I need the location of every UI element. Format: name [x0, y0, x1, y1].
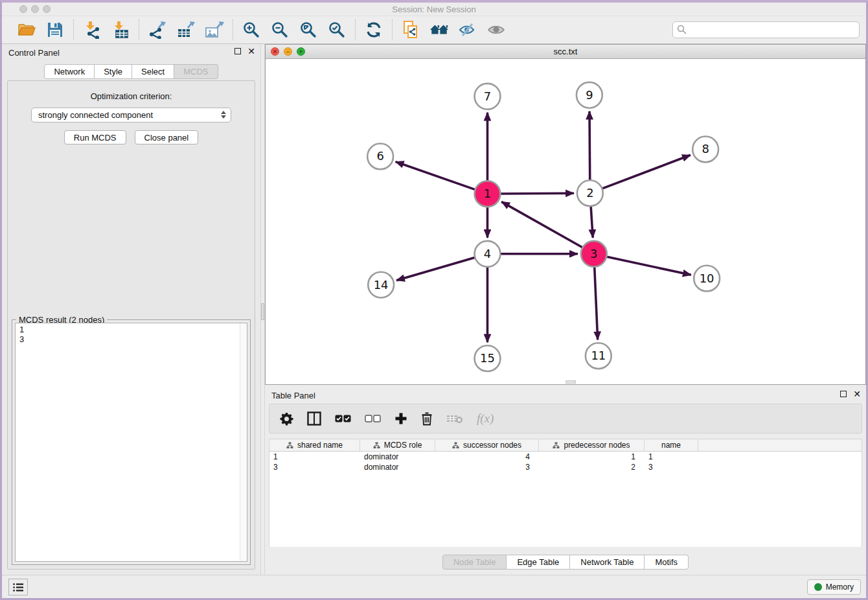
- table-cell[interactable]: 2: [539, 462, 645, 472]
- graph-node-14[interactable]: 14: [368, 272, 394, 298]
- export-image-button[interactable]: [205, 20, 224, 40]
- table-cell[interactable]: dominator: [360, 462, 435, 472]
- eye-icon: [486, 21, 506, 38]
- splitter-grip[interactable]: [261, 303, 264, 320]
- float-panel-icon[interactable]: [234, 48, 241, 54]
- select-all-button[interactable]: [335, 415, 351, 422]
- table-cell[interactable]: 1: [539, 452, 645, 462]
- tab-network[interactable]: Network: [44, 64, 95, 79]
- run-mcds-button[interactable]: Run MCDS: [64, 130, 126, 144]
- graph-node-label: 6: [376, 149, 383, 163]
- graph-node-11[interactable]: 11: [586, 343, 611, 369]
- export-network-button[interactable]: [148, 20, 167, 40]
- close-panel-icon[interactable]: ✕: [247, 48, 255, 54]
- open-session-button[interactable]: [17, 20, 36, 40]
- table-cell[interactable]: 1: [269, 452, 360, 462]
- show-graphics-button[interactable]: [486, 20, 506, 40]
- graph-node-2[interactable]: 2: [577, 180, 603, 206]
- hide-graphics-button[interactable]: [458, 20, 477, 40]
- graph-node-1[interactable]: 1: [475, 181, 501, 207]
- graph-edge-4-14[interactable]: [396, 257, 477, 281]
- table-cell[interactable]: 4: [435, 452, 539, 462]
- graph-node-10[interactable]: 10: [694, 266, 720, 292]
- column-header-name[interactable]: name: [645, 439, 698, 451]
- control-panel: Control Panel ✕ NetworkStyleSelectMCDS O…: [2, 44, 260, 575]
- tab-mcds[interactable]: MCDS: [174, 64, 218, 79]
- table-cell[interactable]: 3: [269, 462, 360, 472]
- clone-network-button[interactable]: [401, 20, 420, 40]
- table-cell[interactable]: 1: [645, 452, 698, 462]
- tab-node-table[interactable]: Node Table: [442, 555, 507, 570]
- zoom-out-button[interactable]: [270, 20, 290, 40]
- close-panel-button[interactable]: Close panel: [135, 130, 199, 144]
- column-header-shared-name[interactable]: shared name: [269, 439, 360, 451]
- tab-network-table[interactable]: Network Table: [570, 555, 645, 570]
- canvas-resize-grip[interactable]: [565, 380, 576, 384]
- graph-edge-2-9[interactable]: [589, 111, 590, 183]
- graph-edge-2-8[interactable]: [600, 155, 691, 189]
- search-input[interactable]: [672, 21, 860, 38]
- unselect-all-button[interactable]: [365, 415, 381, 422]
- criterion-dropdown-value: strongly connected component: [38, 110, 153, 120]
- cyndex-browse-button[interactable]: [429, 20, 449, 40]
- apply-style-button[interactable]: [364, 20, 383, 40]
- graph-node-6[interactable]: 6: [367, 143, 393, 169]
- tab-edge-table[interactable]: Edge Table: [507, 555, 570, 570]
- tab-style[interactable]: Style: [95, 64, 132, 79]
- table-cell[interactable]: 3: [435, 462, 539, 472]
- export-table-button[interactable]: [176, 20, 196, 40]
- memory-button[interactable]: Memory: [807, 579, 861, 595]
- tab-motifs[interactable]: Motifs: [645, 555, 689, 570]
- zoom-in-button[interactable]: [242, 20, 261, 40]
- import-network-button[interactable]: [82, 20, 102, 40]
- criterion-dropdown[interactable]: strongly connected component: [31, 108, 231, 122]
- table-row[interactable]: 3dominator323: [269, 462, 862, 472]
- graph-node-7[interactable]: 7: [475, 84, 501, 110]
- float-table-panel-icon[interactable]: [840, 391, 847, 397]
- graph-edge-3-1[interactable]: [501, 202, 584, 248]
- delete-table-button[interactable]: [446, 413, 463, 424]
- save-session-button[interactable]: [45, 20, 65, 40]
- vertical-splitter[interactable]: [260, 44, 265, 575]
- graph-edge-1-2[interactable]: [498, 193, 574, 194]
- create-column-button[interactable]: [394, 412, 407, 425]
- control-panel-title: Control Panel: [8, 48, 60, 58]
- graph-node-3[interactable]: 3: [581, 241, 607, 267]
- import-table-button[interactable]: [111, 20, 130, 40]
- memory-status-icon: [814, 583, 822, 591]
- graph-edge-2-3[interactable]: [591, 204, 593, 238]
- table-row[interactable]: 1dominator411: [269, 452, 862, 462]
- control-panel-tabs: NetworkStyleSelectMCDS: [2, 64, 260, 79]
- network-canvas[interactable]: 7968124314101511: [266, 59, 865, 384]
- delete-column-button[interactable]: [421, 412, 433, 426]
- graph-node-label: 8: [702, 142, 709, 156]
- table-cell[interactable]: dominator: [360, 452, 435, 462]
- column-header-successor-nodes[interactable]: successor nodes: [435, 439, 539, 451]
- result-scrollbar[interactable]: [240, 323, 247, 561]
- zoom-selected-icon: [328, 21, 346, 39]
- graph-node-label: 7: [484, 89, 491, 103]
- graph-node-8[interactable]: 8: [692, 137, 718, 163]
- column-header-mcds-role[interactable]: MCDS role: [360, 439, 435, 451]
- mcds-result-text[interactable]: 1 3: [15, 323, 247, 562]
- graph-edge-3-11[interactable]: [595, 265, 598, 340]
- graph-node-4[interactable]: 4: [475, 241, 501, 267]
- tab-select[interactable]: Select: [132, 64, 174, 79]
- network-window-titlebar[interactable]: ✕ − + scc.txt: [266, 45, 865, 59]
- table-options-button[interactable]: [280, 412, 293, 426]
- import-network-icon: [83, 21, 101, 39]
- function-builder-button[interactable]: f(x): [477, 411, 494, 426]
- close-table-panel-icon[interactable]: ✕: [853, 391, 861, 397]
- graph-node-9[interactable]: 9: [577, 82, 602, 108]
- column-header-predecessor-nodes[interactable]: predecessor nodes: [539, 439, 645, 451]
- network-graph[interactable]: 7968124314101511: [266, 59, 865, 384]
- show-column-panel-button[interactable]: [307, 411, 321, 426]
- graph-edge-1-6[interactable]: [396, 162, 477, 190]
- zoom-fit-button[interactable]: [299, 20, 318, 40]
- zoom-selected-button[interactable]: [327, 20, 347, 40]
- show-task-history-button[interactable]: [8, 579, 28, 595]
- graph-edge-3-10[interactable]: [604, 256, 691, 275]
- plus-icon: [394, 412, 407, 425]
- graph-node-15[interactable]: 15: [475, 345, 501, 371]
- table-cell[interactable]: 3: [645, 462, 698, 472]
